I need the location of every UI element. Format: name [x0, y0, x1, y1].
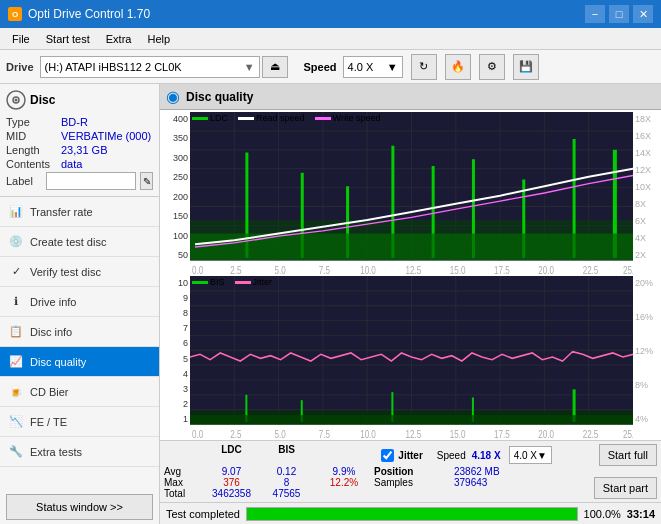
speed-current-display[interactable]: 4.0 X ▼	[509, 446, 552, 464]
top-legend: LDC Read speed Write speed	[192, 113, 380, 123]
disc-header-title: Disc	[30, 93, 55, 107]
eject-icon: ⏏	[270, 60, 280, 73]
label-edit-button[interactable]: ✎	[140, 172, 153, 190]
legend-bis-label: BIS	[210, 277, 225, 287]
legend-jitter: Jitter	[235, 277, 273, 287]
status-window-button[interactable]: Status window >>	[6, 494, 153, 520]
bottom-chart-area: BIS Jitter	[190, 276, 633, 438]
disc-mid-row: MID VERBATIMe (000)	[6, 130, 153, 142]
action-buttons: Start full	[599, 444, 657, 466]
menu-extra[interactable]: Extra	[98, 31, 140, 47]
sidebar-item-verify-test-disc[interactable]: ✓ Verify test disc	[0, 257, 159, 287]
burn-button[interactable]: 🔥	[445, 54, 471, 80]
drive-dropdown[interactable]: (H:) ATAPI iHBS112 2 CL0K ▼	[40, 56, 260, 78]
col-header-bis: BIS	[259, 444, 314, 466]
transfer-rate-icon: 📊	[8, 204, 24, 220]
menu-help[interactable]: Help	[139, 31, 178, 47]
col-header-empty	[164, 444, 204, 466]
svg-text:5.0: 5.0	[275, 264, 286, 274]
avg-row: Avg 9.07 0.12 9.9% Position 23862 MB	[164, 466, 594, 477]
drive-value: (H:) ATAPI iHBS112 2 CL0K	[45, 61, 182, 73]
drive-info-icon: ℹ	[8, 294, 24, 310]
total-row: Total 3462358 47565	[164, 488, 594, 499]
app-icon: O	[8, 7, 22, 21]
drive-select-group: (H:) ATAPI iHBS112 2 CL0K ▼ ⏏	[40, 56, 288, 78]
samples-label: Samples	[374, 477, 454, 488]
svg-text:0.0: 0.0	[192, 264, 203, 274]
svg-text:22.5: 22.5	[583, 428, 599, 438]
svg-text:20.0: 20.0	[538, 264, 554, 274]
sidebar-item-transfer-rate[interactable]: 📊 Transfer rate	[0, 197, 159, 227]
avg-ldc: 9.07	[204, 466, 259, 477]
extra-tests-icon: 🔧	[8, 444, 24, 460]
sidebar-item-disc-info[interactable]: 📋 Disc info	[0, 317, 159, 347]
svg-text:22.5: 22.5	[583, 264, 599, 274]
app-title: Opti Drive Control 1.70	[28, 7, 150, 21]
legend-read-label: Read speed	[256, 113, 305, 123]
nav-item-label: CD Bier	[30, 386, 69, 398]
legend-write: Write speed	[315, 113, 381, 123]
maximize-button[interactable]: □	[609, 5, 629, 23]
chart-title: Disc quality	[186, 90, 253, 104]
chevron-down-icon: ▼	[537, 450, 547, 461]
speed-col-label: Speed	[437, 450, 466, 461]
menu-file[interactable]: File	[4, 31, 38, 47]
disc-label-input[interactable]	[46, 172, 136, 190]
refresh-button[interactable]: ↻	[411, 54, 437, 80]
create-disc-icon: 💿	[8, 234, 24, 250]
start-full-button[interactable]: Start full	[599, 444, 657, 466]
sidebar-item-drive-info[interactable]: ℹ Drive info	[0, 287, 159, 317]
disc-type-value: BD-R	[61, 116, 153, 128]
disc-info-icon: 📋	[8, 324, 24, 340]
sidebar-item-fe-te[interactable]: 📉 FE / TE	[0, 407, 159, 437]
title-bar: O Opti Drive Control 1.70 − □ ✕	[0, 0, 661, 28]
sidebar-item-cd-bier[interactable]: 🍺 CD Bier	[0, 377, 159, 407]
nav-item-label: Extra tests	[30, 446, 82, 458]
progress-percent: 100.0%	[584, 508, 621, 520]
minimize-button[interactable]: −	[585, 5, 605, 23]
chart-header-icon: ◉	[166, 87, 180, 106]
start-part-button[interactable]: Start part	[594, 477, 657, 499]
disc-label-label: Label	[6, 175, 42, 187]
stats-area: LDC BIS Jitter Speed 4.18 X 4.0 X ▼ Star…	[160, 440, 661, 502]
sidebar-item-disc-quality[interactable]: 📈 Disc quality	[0, 347, 159, 377]
bis-color-swatch	[192, 281, 208, 284]
svg-text:10.0: 10.0	[360, 428, 376, 438]
svg-text:17.5: 17.5	[494, 264, 510, 274]
eject-button[interactable]: ⏏	[262, 56, 288, 78]
save-button[interactable]: 💾	[513, 54, 539, 80]
svg-text:15.0: 15.0	[450, 264, 466, 274]
close-button[interactable]: ✕	[633, 5, 653, 23]
gear-icon: ⚙	[487, 60, 497, 73]
refresh-icon: ↻	[419, 60, 428, 73]
disc-quality-icon: 📈	[8, 354, 24, 370]
max-label: Max	[164, 477, 204, 488]
svg-text:5.0: 5.0	[275, 428, 286, 438]
avg-jitter: 9.9%	[314, 466, 374, 477]
chart-header: ◉ Disc quality	[160, 84, 661, 110]
position-label: Position	[374, 466, 454, 477]
nav-item-label: Disc quality	[30, 356, 86, 368]
chevron-down-icon: ▼	[244, 61, 255, 73]
stats-left-table: Avg 9.07 0.12 9.9% Position 23862 MB Max…	[164, 466, 594, 499]
charts-container: 400 350 300 250 200 150 100 50 LDC	[160, 110, 661, 440]
sidebar-item-extra-tests[interactable]: 🔧 Extra tests	[0, 437, 159, 467]
bottom-legend: BIS Jitter	[192, 277, 272, 287]
elapsed-time: 33:14	[627, 508, 655, 520]
jitter-checkbox[interactable]	[381, 449, 394, 462]
speed-value: 4.0 X	[348, 61, 374, 73]
nav-item-label: FE / TE	[30, 416, 67, 428]
nav-item-label: Create test disc	[30, 236, 106, 248]
avg-bis: 0.12	[259, 466, 314, 477]
menu-start-test[interactable]: Start test	[38, 31, 98, 47]
jitter-label: Jitter	[398, 450, 422, 461]
svg-text:20.0: 20.0	[538, 428, 554, 438]
samples-value: 379643	[454, 477, 534, 488]
speed-dropdown[interactable]: 4.0 X ▼	[343, 56, 403, 78]
settings-button[interactable]: ⚙	[479, 54, 505, 80]
top-y-axis-right: 18X 16X 14X 12X 10X 8X 6X 4X 2X	[633, 112, 659, 274]
sidebar-item-create-test-disc[interactable]: 💿 Create test disc	[0, 227, 159, 257]
svg-text:15.0: 15.0	[450, 428, 466, 438]
col-header-ldc: LDC	[204, 444, 259, 466]
svg-text:25.0: 25.0	[623, 264, 633, 274]
